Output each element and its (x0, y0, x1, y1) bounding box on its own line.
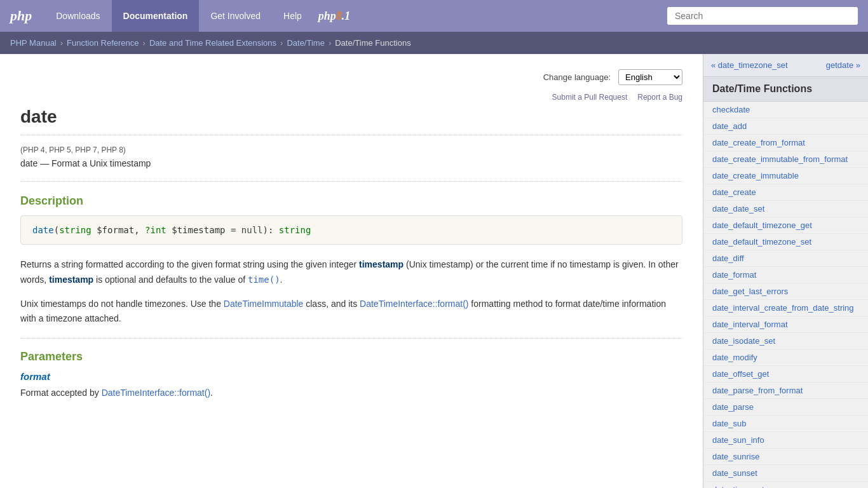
sidebar-func-link[interactable]: date_time_set (703, 482, 868, 488)
desc-text-2: Unix timestamps do not handle timezones.… (20, 297, 682, 327)
sidebar-func-link[interactable]: date_sunset (703, 465, 868, 482)
function-title: date (20, 107, 682, 135)
prev-link[interactable]: « date_timezone_set (711, 60, 788, 70)
divider-1 (20, 181, 682, 182)
sig-param1-name: $format (97, 225, 134, 235)
list-item: date_create_immutable (703, 168, 868, 184)
nav-get-involved[interactable]: Get Involved (199, 0, 272, 32)
sidebar-func-link[interactable]: date_interval_format (703, 316, 868, 333)
sidebar-func-link[interactable]: date_date_set (703, 201, 868, 217)
list-item: date_modify (703, 349, 868, 366)
breadcrumb: PHP Manual › Function Reference › Date a… (0, 32, 868, 54)
sidebar-func-link[interactable]: date_format (703, 267, 868, 283)
sig-param2-default: = null (231, 225, 263, 235)
breadcrumb-sep-4: › (329, 38, 331, 48)
param-format-link[interactable]: DateTimeInterface::format() (102, 388, 210, 398)
content-area: Change language: English German French S… (0, 54, 703, 488)
divider-2 (20, 338, 682, 339)
param-format-name: format (20, 371, 682, 382)
sidebar-func-link[interactable]: date_isodate_set (703, 333, 868, 349)
list-item: date_create (703, 184, 868, 201)
sidebar-func-link[interactable]: date_default_timezone_set (703, 234, 868, 250)
parameters-heading: Parameters (20, 350, 682, 363)
datetimeinterface-format-link[interactable]: DateTimeInterface::format() (360, 299, 468, 309)
sidebar-func-link[interactable]: date_add (703, 118, 868, 135)
sidebar-func-link[interactable]: date_sub (703, 416, 868, 432)
sidebar-func-link[interactable]: checkdate (703, 102, 868, 118)
submit-pr-link[interactable]: Submit a Pull Request (552, 93, 628, 102)
main-layout: Change language: English German French S… (0, 54, 868, 488)
list-item: date_create_immutable_from_format (703, 151, 868, 168)
sidebar-func-link[interactable]: date_diff (703, 250, 868, 267)
sidebar-func-link[interactable]: date_interval_create_from_date_string (703, 300, 868, 316)
breadcrumb-current: Date/Time Functions (335, 38, 410, 48)
sidebar-func-link[interactable]: date_create_from_format (703, 135, 868, 151)
list-item: date_parse (703, 399, 868, 416)
list-item: date_get_last_errors (703, 283, 868, 300)
sidebar-func-link[interactable]: date_modify (703, 349, 868, 366)
sidebar-func-link[interactable]: date_offset_get (703, 366, 868, 383)
list-item: date_sub (703, 416, 868, 432)
right-sidebar: « date_timezone_set getdate » Date/Time … (703, 54, 868, 488)
function-signature: date(string $format, ?int $timestamp = n… (20, 215, 682, 245)
sidebar-func-link[interactable]: date_parse (703, 399, 868, 416)
sidebar-func-link[interactable]: date_parse_from_format (703, 383, 868, 399)
breadcrumb-sep-1: › (60, 38, 63, 48)
list-item: date_diff (703, 250, 868, 267)
timestamp-bold-2: timestamp (49, 274, 93, 285)
list-item: date_interval_format (703, 316, 868, 333)
nav-help[interactable]: Help (272, 0, 313, 32)
sidebar-func-link[interactable]: date_create_immutable_from_format (703, 151, 868, 168)
breadcrumb-sep-3: › (280, 38, 283, 48)
sidebar-func-link[interactable]: date_default_timezone_get (703, 217, 868, 234)
nav-documentation[interactable]: Documentation (112, 0, 200, 32)
list-item: date_sun_info (703, 432, 868, 449)
list-item: date_sunset (703, 465, 868, 482)
sidebar-func-link[interactable]: date_create (703, 184, 868, 201)
breadcrumb-function-reference[interactable]: Function Reference (67, 38, 139, 48)
time-func-link[interactable]: time() (248, 274, 280, 285)
list-item: date_date_set (703, 201, 868, 217)
list-item: date_offset_get (703, 366, 868, 383)
search-input[interactable] (667, 7, 858, 25)
sidebar-func-link[interactable]: date_sun_info (703, 432, 868, 449)
desc-text-1: Returns a string formatted according to … (20, 257, 682, 288)
list-item: date_parse_from_format (703, 383, 868, 399)
sig-param1-type: string (59, 225, 92, 235)
sidebar-func-link[interactable]: date_sunrise (703, 449, 868, 465)
sidebar-function-list: checkdatedate_adddate_create_from_format… (703, 102, 868, 488)
list-item: date_sunrise (703, 449, 868, 465)
sig-func-name: date (32, 225, 54, 235)
report-bug-link[interactable]: Report a Bug (637, 93, 682, 102)
breadcrumb-sep-2: › (143, 38, 146, 48)
sidebar-nav-top: « date_timezone_set getdate » (703, 54, 868, 77)
language-select[interactable]: English German French Spanish Japanese P… (618, 69, 682, 85)
breadcrumb-date-time-extensions[interactable]: Date and Time Related Extensions (149, 38, 276, 48)
sig-param2-name: $timestamp (172, 225, 225, 235)
param-format-desc: Format accepted by DateTimeInterface::fo… (20, 386, 682, 401)
nav-downloads[interactable]: Downloads (44, 0, 111, 32)
php8-badge: php8.1 (318, 10, 351, 23)
top-navigation: php Downloads Documentation Get Involved… (0, 0, 868, 32)
list-item: date_time_set (703, 482, 868, 488)
next-link[interactable]: getdate » (826, 60, 860, 70)
description-heading: Description (20, 194, 682, 208)
version-info: (PHP 4, PHP 5, PHP 7, PHP 8) (20, 146, 682, 154)
list-item: date_default_timezone_set (703, 234, 868, 250)
list-item: date_default_timezone_get (703, 217, 868, 234)
list-item: date_isodate_set (703, 333, 868, 349)
list-item: date_create_from_format (703, 135, 868, 151)
breadcrumb-php-manual[interactable]: PHP Manual (10, 38, 57, 48)
sidebar-func-link[interactable]: date_create_immutable (703, 168, 868, 184)
timestamp-bold-1: timestamp (359, 259, 403, 269)
breadcrumb-date-time[interactable]: Date/Time (287, 38, 324, 48)
lang-action-links: Submit a Pull Request Report a Bug (20, 93, 682, 102)
php-logo: php (10, 8, 32, 24)
list-item: date_interval_create_from_date_string (703, 300, 868, 316)
language-label: Change language: (543, 72, 611, 82)
list-item: date_format (703, 267, 868, 283)
list-item: date_add (703, 118, 868, 135)
sidebar-func-link[interactable]: date_get_last_errors (703, 283, 868, 300)
datetime-immutable-link[interactable]: DateTimeImmutable (224, 299, 304, 309)
sig-param2-type: ?int (145, 225, 166, 235)
